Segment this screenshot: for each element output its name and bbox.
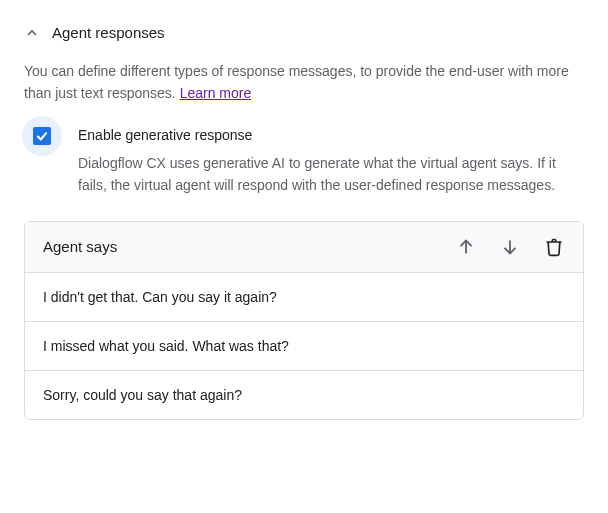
table-row[interactable]: Sorry, could you say that again? xyxy=(25,371,583,419)
move-up-icon[interactable] xyxy=(455,236,477,258)
agent-says-table: Agent says I xyxy=(24,221,584,420)
delete-icon[interactable] xyxy=(543,236,565,258)
learn-more-link[interactable]: Learn more xyxy=(180,85,252,101)
table-row[interactable]: I didn't get that. Can you say it again? xyxy=(25,273,583,322)
checkbox-label: Enable generative response xyxy=(78,126,584,143)
enable-generative-checkbox[interactable] xyxy=(33,127,51,145)
table-header: Agent says xyxy=(25,222,583,273)
section-title: Agent responses xyxy=(52,24,165,41)
description-text: You can define different types of respon… xyxy=(24,63,569,101)
move-down-icon[interactable] xyxy=(499,236,521,258)
section-description: You can define different types of respon… xyxy=(24,61,584,104)
table-row[interactable]: I missed what you said. What was that? xyxy=(25,322,583,371)
table-header-title: Agent says xyxy=(43,238,117,255)
collapse-icon[interactable] xyxy=(24,25,40,41)
checkbox-description: Dialogflow CX uses generative AI to gene… xyxy=(78,153,584,196)
